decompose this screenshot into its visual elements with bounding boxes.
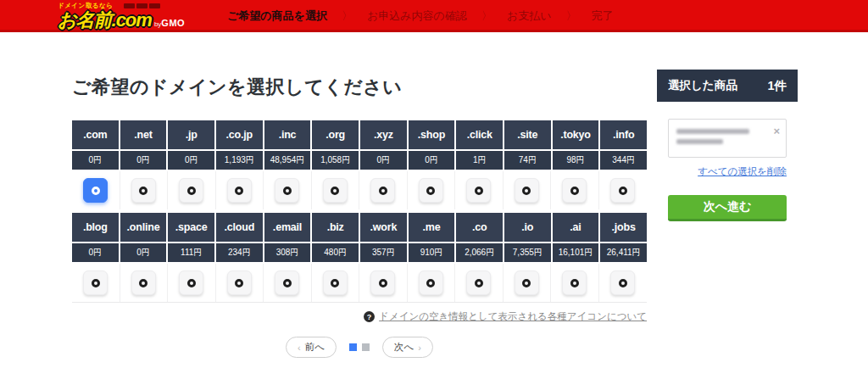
- tld-availability-radio-click[interactable]: [466, 178, 491, 203]
- tld-price-cell: 1,058円: [312, 151, 359, 170]
- available-circle-icon: [283, 187, 292, 195]
- tld-header-cell: .blog: [72, 213, 119, 242]
- tld-availability-radio-info[interactable]: [610, 178, 635, 203]
- table-pagination: ‹ 前へ 次へ ›: [72, 337, 647, 358]
- selected-products-sidebar: 選択した商品 1件 × すべての選択を削除 次へ進む: [657, 70, 798, 221]
- proceed-next-button[interactable]: 次へ進む: [668, 195, 787, 221]
- prev-page-button[interactable]: ‹ 前へ: [286, 337, 337, 358]
- tld-availability-radio-tokyo[interactable]: [562, 178, 587, 203]
- tld-price-cell: 98円: [553, 151, 599, 170]
- tld-header-cell: .co.jp: [216, 120, 263, 149]
- available-circle-icon: [522, 279, 531, 287]
- tld-radio-cell: [504, 171, 552, 209]
- tld-availability-radio-com[interactable]: [83, 178, 108, 203]
- tld-price-cell: 0円: [72, 243, 119, 262]
- step-separator-icon: 〉: [481, 8, 492, 24]
- tld-price-cell: 234円: [216, 243, 263, 262]
- tld-availability-radio-ai[interactable]: [562, 270, 587, 295]
- tld-radio-cell: [359, 264, 408, 302]
- delete-all-selections-link[interactable]: すべての選択を削除: [668, 165, 787, 178]
- step-payment: お支払い: [507, 8, 552, 24]
- logo-brand-text: お名前.com: [58, 11, 152, 30]
- tld-availability-radio-co.jp[interactable]: [227, 178, 252, 203]
- tld-availability-radio-cloud[interactable]: [227, 270, 252, 295]
- onamae-logo[interactable]: ドメイン取るなら お名前.com by GMO: [58, 3, 185, 30]
- tld-header-cell: .biz: [312, 213, 359, 242]
- tld-availability-radio-me[interactable]: [419, 270, 443, 295]
- tld-radio-cell: [455, 264, 504, 302]
- tld-header-cell: .site: [504, 120, 551, 149]
- tld-availability-radio-org[interactable]: [323, 178, 348, 203]
- tld-availability-radio-inc[interactable]: [275, 178, 299, 203]
- tld-availability-radio-io[interactable]: [515, 270, 539, 295]
- logo-gmo-text: GMO: [161, 19, 185, 28]
- tld-availability-radio-xyz[interactable]: [370, 178, 395, 203]
- tld-radio-cell: [408, 264, 456, 302]
- tld-price-cell: 74円: [504, 151, 551, 170]
- tld-availability-radio-co[interactable]: [466, 270, 491, 295]
- site-header: ドメイン取るなら お名前.com by GMO ご希望の商品を選択 〉 お申込み…: [0, 0, 868, 32]
- step-separator-icon: 〉: [565, 8, 576, 24]
- tld-availability-radio-jobs[interactable]: [610, 270, 635, 295]
- tld-radio-cell: [216, 171, 264, 209]
- page-dots: [349, 343, 370, 351]
- tld-header-cell: .net: [120, 120, 167, 149]
- tld-price-cell: 308円: [264, 243, 311, 262]
- step-separator-icon: 〉: [342, 8, 353, 24]
- available-circle-icon: [92, 279, 100, 287]
- tld-availability-radio-site[interactable]: [515, 178, 539, 203]
- tld-radio-cell: [312, 171, 360, 209]
- tld-availability-radio-email[interactable]: [275, 270, 299, 295]
- tld-radio-cell: [551, 264, 599, 302]
- page-dot-2[interactable]: [362, 343, 370, 351]
- tld-availability-radio-space[interactable]: [179, 270, 203, 295]
- tld-radio-cell: [72, 171, 120, 209]
- tld-radio-cell: [551, 171, 599, 209]
- sidebar-header: 選択した商品 1件: [657, 70, 798, 102]
- tld-radio-cell: [408, 171, 456, 209]
- availability-icons-help-link[interactable]: ドメインの空き情報として表示される各種アイコンについて: [379, 310, 647, 323]
- chevron-right-icon: ›: [418, 343, 421, 353]
- available-circle-icon: [92, 187, 100, 195]
- tld-price-cell: 48,954円: [264, 151, 311, 170]
- available-circle-icon: [139, 187, 147, 195]
- tld-availability-radio-work[interactable]: [370, 270, 395, 295]
- available-circle-icon: [139, 279, 147, 287]
- available-circle-icon: [426, 187, 435, 195]
- sidebar-body: × すべての選択を削除 次へ進む: [657, 102, 798, 221]
- tld-availability-radio-shop[interactable]: [419, 178, 443, 203]
- available-circle-icon: [187, 279, 196, 287]
- step-select-product: ご希望の商品を選択: [227, 8, 327, 24]
- tld-availability-radio-jp[interactable]: [179, 178, 203, 203]
- selected-item-text-redacted: [676, 129, 749, 134]
- next-page-button[interactable]: 次へ ›: [382, 337, 433, 358]
- tld-radio-cell: [504, 264, 552, 302]
- tld-radio-cell: [264, 264, 312, 302]
- available-circle-icon: [379, 187, 387, 195]
- remove-item-icon[interactable]: ×: [773, 125, 780, 137]
- tld-header-cell: .me: [409, 213, 455, 242]
- tld-header-cell: .io: [504, 213, 551, 242]
- logo-tagline: ドメイン取るなら: [58, 3, 185, 9]
- tld-availability-radio-online[interactable]: [131, 270, 156, 295]
- availability-help-row: ? ドメインの空き情報として表示される各種アイコンについて: [72, 310, 647, 323]
- tld-price-cell: 111円: [168, 243, 214, 262]
- tld-header-cell: .click: [456, 120, 503, 149]
- tld-availability-radio-biz[interactable]: [323, 270, 348, 295]
- available-circle-icon: [426, 279, 435, 287]
- tld-availability-radio-blog[interactable]: [83, 270, 108, 295]
- checkout-steps: ご希望の商品を選択 〉 お申込み内容の確認 〉 お支払い 〉 完了: [227, 0, 613, 32]
- help-question-icon[interactable]: ?: [364, 311, 375, 322]
- tld-radio-cell: [168, 264, 216, 302]
- logo-by-text: by: [154, 21, 161, 28]
- tld-price-cell: 2,066円: [456, 243, 503, 262]
- tld-radio-cell: [599, 171, 648, 209]
- tld-radio-cell: [359, 171, 408, 209]
- available-circle-icon: [283, 279, 292, 287]
- selected-item-card: ×: [668, 119, 787, 158]
- tld-availability-radio-net[interactable]: [131, 178, 156, 203]
- page-dot-1[interactable]: [349, 343, 357, 351]
- tld-price-cell: 357円: [360, 243, 407, 262]
- prev-page-label: 前へ: [305, 341, 325, 354]
- tld-selection-table: .com.net.jp.co.jp.inc.org.xyz.shop.click…: [72, 120, 647, 303]
